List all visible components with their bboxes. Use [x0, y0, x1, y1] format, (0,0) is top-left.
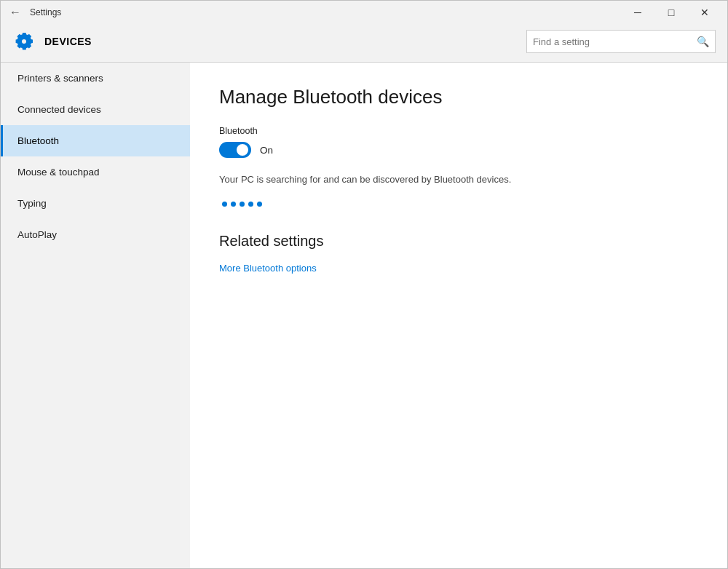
sidebar-item-connected[interactable]: Connected devices — [1, 94, 190, 125]
searching-dots — [219, 202, 698, 207]
sidebar-item-typing[interactable]: Typing — [1, 188, 190, 219]
search-icon: 🔍 — [697, 36, 709, 47]
sidebar-item-autoplay[interactable]: AutoPlay — [1, 219, 190, 250]
app-header: DEVICES 🔍 — [1, 24, 727, 62]
toggle-state-label: On — [260, 145, 273, 156]
gear-icon — [12, 30, 36, 53]
search-box[interactable]: 🔍 — [526, 30, 716, 53]
related-settings-title: Related settings — [219, 233, 698, 250]
toggle-thumb — [237, 144, 248, 156]
header-left: DEVICES — [12, 30, 92, 53]
dot-4 — [248, 202, 253, 207]
more-bluetooth-options-link[interactable]: More Bluetooth options — [219, 263, 317, 274]
dot-1 — [222, 202, 227, 207]
main-content: Printers & scanners Connected devices Bl… — [1, 63, 727, 568]
title-bar: ← Settings ─ □ ✕ — [1, 1, 727, 24]
dot-5 — [257, 202, 262, 207]
search-input[interactable] — [533, 36, 697, 47]
minimize-button[interactable]: ─ — [621, 1, 654, 24]
back-button[interactable]: ← — [7, 6, 24, 19]
sidebar-item-bluetooth[interactable]: Bluetooth — [1, 125, 190, 156]
settings-window: ← Settings ─ □ ✕ DEVICES 🔍 — [0, 0, 728, 569]
dot-3 — [240, 202, 245, 207]
bluetooth-toggle[interactable] — [219, 142, 251, 158]
status-text: Your PC is searching for and can be disc… — [219, 172, 569, 187]
header-title: DEVICES — [44, 36, 92, 47]
title-bar-controls: ─ □ ✕ — [621, 1, 721, 24]
toggle-row: On — [219, 142, 698, 158]
content-area: Manage Bluetooth devices Bluetooth On Yo… — [190, 63, 727, 568]
dot-2 — [231, 202, 236, 207]
sidebar: Printers & scanners Connected devices Bl… — [1, 63, 190, 568]
sidebar-item-printers[interactable]: Printers & scanners — [1, 63, 190, 94]
maximize-button[interactable]: □ — [654, 1, 688, 24]
sidebar-item-mouse[interactable]: Mouse & touchpad — [1, 156, 190, 188]
page-title: Manage Bluetooth devices — [219, 86, 698, 108]
title-bar-title: Settings — [30, 7, 61, 17]
toggle-track — [219, 142, 251, 158]
title-bar-left: ← Settings — [7, 6, 61, 19]
bluetooth-label: Bluetooth — [219, 126, 698, 136]
close-button[interactable]: ✕ — [688, 1, 721, 24]
